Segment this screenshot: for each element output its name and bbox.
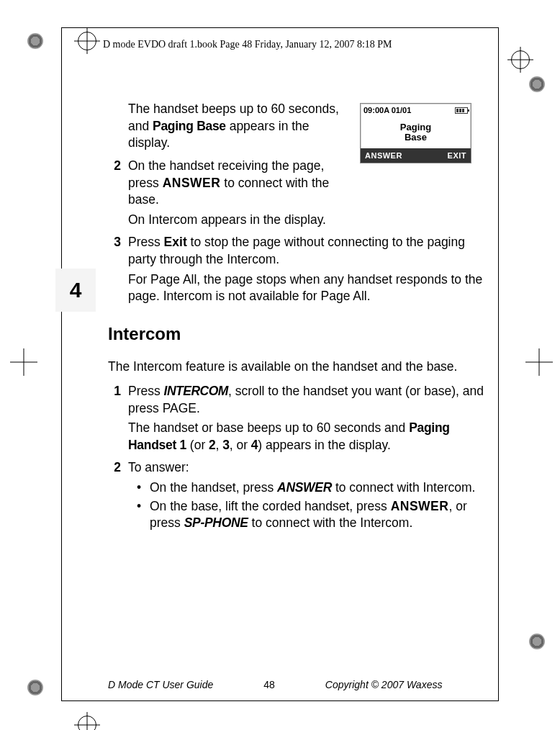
cross-mark-icon [14,353,33,371]
page-footer: D Mode CT User Guide 48 Copyright © 2007… [108,679,482,690]
chapter-tab: 4 [55,269,96,312]
page-header: D mode EVDO draft 1.book Page 48 Friday,… [103,39,392,50]
intercom-step-1: 1 Press INTERCOM, scroll to the handset … [108,383,489,417]
cross-mark-icon [530,353,548,371]
intercom-step-1-sub: The handset or base beeps up to 60 secon… [128,420,489,454]
paragraph: The handset beeps up to 60 seconds, and … [128,101,349,152]
bullet-handset: • On the handset, press ANSWER to connec… [128,479,489,497]
footer-title: D Mode CT User Guide [108,679,213,690]
reg-dot-icon [529,76,545,92]
intercom-intro: The Intercom feature is available on the… [108,359,489,376]
key-exit: Exit [164,235,187,249]
key-intercom: INTERCOM [164,384,228,398]
bullet-icon: • [128,498,150,532]
step-3-sub: For Page All, the page stops when any ha… [128,271,489,305]
body-content: The handset beeps up to 60 seconds, and … [108,101,489,533]
bullet-base: • On the base, lift the corded handset, … [128,498,489,532]
key-answer: ANSWER [277,480,332,495]
reg-target-icon [511,50,530,69]
step-3: 3 Press Exit to stop the page without co… [108,234,489,268]
step-2: 2 On the handset receiving the page, pre… [108,158,349,209]
reg-dot-icon [27,680,43,695]
reg-dot-icon [529,634,545,649]
step-2-sub: On Intercom appears in the display. [128,212,489,229]
key-answer: ANSWER [391,499,449,513]
section-title-intercom: Intercom [108,323,489,346]
reg-target-icon [78,716,96,730]
footer-page-number: 48 [263,679,275,690]
key-paging-base: Paging Base [153,119,226,133]
bullet-icon: • [128,479,150,497]
key-sp-phone: SP-PHONE [184,515,248,530]
intercom-step-2: 2 To answer: [108,459,489,477]
reg-dot-icon [27,33,43,49]
key-answer: ANSWER [163,176,221,190]
footer-copyright: Copyright © 2007 Waxess [325,679,443,690]
